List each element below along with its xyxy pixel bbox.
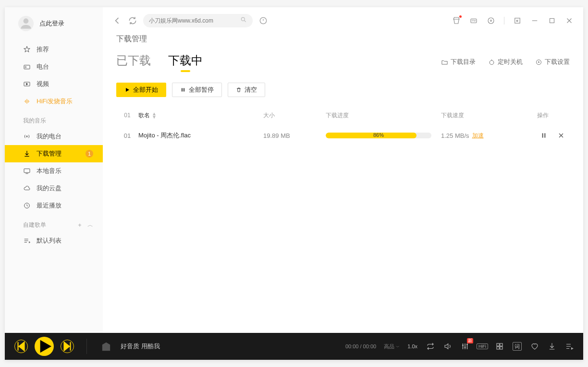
sort-icon: ▲▼ [152,112,157,119]
svg-text:FM: FM [472,19,476,22]
table-row[interactable]: 01 Mojito - 周杰伦.flac 19.89 MB 86% 1.25 M… [116,125,570,146]
nav-label: HiFi发烧音乐 [37,97,73,106]
col-progress: 下载进度 [326,111,441,120]
next-button[interactable] [61,340,74,353]
clear-button[interactable]: 清空 [228,83,265,97]
playlist-icon[interactable] [565,342,574,351]
toolbar: 全部开始 全部暂停 清空 [116,83,570,97]
back-button[interactable] [112,16,122,25]
play-button[interactable] [35,337,54,356]
login-area[interactable]: 点此登录 [5,16,103,41]
content: FM 下载管理 已下载 下载中 [103,7,583,333]
col-idx: 01 [116,112,138,119]
svg-rect-20 [544,133,545,137]
svg-rect-24 [500,347,502,349]
svg-rect-17 [182,88,183,92]
nav-default-playlist[interactable]: 默认列表 [5,232,103,249]
close-icon[interactable] [565,16,574,25]
delete-row-button[interactable] [557,132,565,139]
action-download-dir[interactable]: 下载目录 [441,58,476,66]
search-icon[interactable] [240,16,247,25]
nav-video[interactable]: 视频 [5,75,103,93]
nav-cloud[interactable]: 我的云盘 [5,180,103,197]
lyrics-icon[interactable]: 词 [513,342,522,351]
video-icon [23,80,31,88]
search-input[interactable] [149,17,236,24]
page-title: 下载管理 [116,34,570,44]
power-icon [488,59,495,66]
svg-point-15 [490,60,494,64]
nav-label: 推荐 [37,45,49,54]
prev-button[interactable] [14,340,28,353]
action-download-settings[interactable]: 下载设置 [535,58,570,66]
topbar: FM [103,7,583,34]
sidebar: 点此登录 推荐 电台 视频 HiFi发烧音乐 我的音乐 [5,7,103,333]
clock-icon [23,202,31,209]
svg-point-7 [241,17,245,21]
shopping-icon[interactable] [452,16,461,25]
hifi-toggle[interactable]: HiFi [478,342,487,351]
speed-button[interactable]: 1.0x [407,343,417,349]
nav-radio[interactable]: 电台 [5,58,103,75]
section-my-music: 我的音乐 [5,110,103,128]
accelerate-link[interactable]: 加速 [472,132,484,140]
minimize-icon[interactable] [530,16,539,25]
effects-icon[interactable] [495,342,504,351]
monitor-icon [23,167,31,175]
new-badge: 新 [467,338,473,343]
svg-point-4 [26,136,28,137]
nav-recommend[interactable]: 推荐 [5,41,103,58]
nav-download-manager[interactable]: 下载管理 1 [5,145,103,162]
volume-icon[interactable] [443,342,452,351]
refresh-button[interactable] [128,16,137,25]
settings-icon[interactable] [487,16,495,25]
download-icon [23,150,31,158]
start-all-button[interactable]: 全部开始 [116,83,166,97]
col-name-header[interactable]: 歌名 ▲▼ [138,111,263,120]
now-playing: 好音质 用酷我 [121,342,160,351]
nav-label: 我的电台 [37,132,61,141]
nav-local-music[interactable]: 本地音乐 [5,162,103,180]
action-timed-shutdown[interactable]: 定时关机 [488,58,523,66]
svg-rect-14 [550,19,554,23]
brand-icon [99,340,113,353]
antenna-icon [23,133,31,140]
svg-rect-22 [500,343,502,346]
hifi-icon [23,98,31,105]
fm-icon[interactable]: FM [469,16,478,25]
mini-mode-icon[interactable] [513,16,522,25]
sound-identify-icon[interactable] [258,16,268,25]
nav-recent[interactable]: 最近播放 [5,197,103,214]
pause-row-button[interactable] [540,132,548,139]
svg-rect-19 [542,133,543,137]
search-box[interactable] [143,14,253,27]
collapse-icon[interactable]: ︿ [87,221,93,229]
svg-rect-23 [497,347,499,349]
row-name: Mojito - 周杰伦.flac [138,131,263,140]
download-icon[interactable] [548,342,556,351]
svg-rect-21 [497,343,499,346]
pause-icon [180,87,186,93]
time-display: 00:00 / 00:00 [345,343,376,349]
badge: 1 [86,150,93,158]
avatar [18,16,34,31]
quality-selector[interactable]: 高品 ﹀ [384,343,400,350]
pause-all-button[interactable]: 全部暂停 [172,83,222,97]
list-icon [23,237,31,245]
equalizer-icon[interactable]: 新 [461,342,469,351]
nav-hifi[interactable]: HiFi发烧音乐 [5,93,103,110]
tab-downloading[interactable]: 下载中 [168,53,203,71]
col-ops: 操作 [523,111,570,120]
nav-my-radio[interactable]: 我的电台 [5,128,103,145]
tab-downloaded[interactable]: 已下载 [116,53,151,71]
favorite-icon[interactable] [530,342,539,351]
row-progress: 86% [326,133,441,138]
star-icon [23,46,31,53]
add-playlist-icon[interactable]: ＋ [77,221,83,229]
nav-label: 电台 [37,62,49,71]
row-size: 19.89 MB [263,132,326,139]
maximize-icon[interactable] [548,16,556,25]
folder-icon [441,59,448,66]
svg-point-11 [488,18,494,24]
loop-icon[interactable] [426,342,435,351]
